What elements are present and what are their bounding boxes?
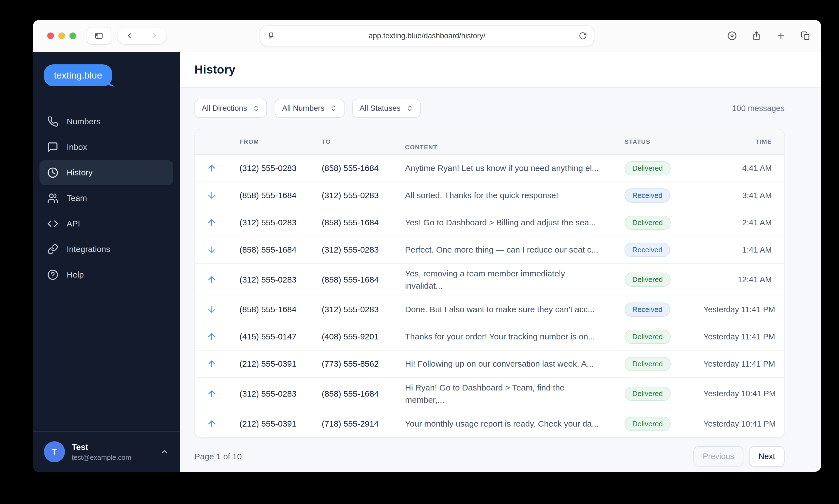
url-text[interactable]: app.texting.blue/dashboard/history/ [275, 32, 579, 40]
to-number: (312) 555-0283 [311, 191, 394, 200]
download-icon[interactable] [727, 31, 737, 40]
status-cell: Delivered [613, 272, 703, 287]
from-number: (858) 555-1684 [228, 305, 311, 314]
message-square-icon [47, 142, 58, 152]
texting-blue-logo[interactable]: texting.blue [44, 65, 112, 86]
message-time: Yesterday 10:41 PM [703, 419, 784, 429]
status-badge: Delivered [624, 161, 671, 175]
direction-cell [195, 275, 228, 285]
logo-area: texting.blue [33, 52, 180, 100]
sidebar-item-api[interactable]: API [39, 211, 173, 236]
message-content: Anytime Ryan! Let us know if you need an… [394, 162, 613, 174]
tabs-icon[interactable] [801, 31, 810, 40]
browser-toolbar-right [727, 31, 810, 40]
refresh-icon[interactable] [579, 32, 587, 40]
new-tab-icon[interactable] [776, 31, 786, 40]
chevrons-up-down-icon [406, 105, 413, 112]
status-cell: Delivered [613, 330, 703, 344]
sidebar-item-team[interactable]: Team [39, 186, 173, 211]
maximize-button[interactable] [69, 33, 76, 39]
status-badge: Received [624, 188, 670, 203]
chevrons-up-down-icon [330, 105, 337, 112]
history-nav-buttons [117, 28, 167, 44]
phone-icon [47, 116, 58, 127]
direction-cell [195, 389, 228, 399]
page-title: History [194, 63, 236, 76]
user-menu[interactable]: T Test test@example.com [33, 431, 180, 472]
previous-button[interactable]: Previous [694, 446, 744, 467]
next-button[interactable]: Next [749, 446, 785, 467]
filter-label: All Directions [202, 104, 247, 113]
direction-cell [195, 163, 228, 173]
table-row[interactable]: (212) 555-0391 (773) 555-8562 Hi! Follow… [195, 350, 784, 378]
arrow-up-icon [207, 218, 217, 228]
browser-chrome: app.texting.blue/dashboard/history/ [33, 20, 821, 52]
sidebar-item-label: Team [67, 194, 87, 203]
from-number: (312) 555-0283 [228, 389, 311, 398]
chevron-up-icon[interactable] [160, 447, 169, 456]
status-badge: Delivered [624, 417, 671, 431]
arrow-up-icon [207, 275, 217, 285]
filter-statuses[interactable]: All Statuses [352, 99, 421, 118]
arrow-up-icon [207, 419, 217, 429]
direction-cell [195, 332, 228, 342]
status-badge: Received [624, 243, 670, 257]
sidebar-item-label: Integrations [67, 245, 110, 254]
sidebar: texting.blue Numbers Inbox [33, 52, 180, 472]
table-row[interactable]: (858) 555-1684 (312) 555-0283 Perfect. O… [195, 236, 784, 264]
to-number: (718) 555-2914 [311, 419, 394, 429]
column-header: TIME [703, 138, 784, 145]
filter-label: All Numbers [282, 104, 324, 113]
url-bar[interactable]: app.texting.blue/dashboard/history/ [260, 26, 594, 46]
reader-icon[interactable] [267, 32, 275, 40]
status-badge: Received [624, 303, 670, 317]
avatar: T [44, 441, 65, 462]
from-number: (415) 555-0147 [228, 332, 311, 341]
filters-bar: All Directions All Numbers All Statuses [194, 99, 785, 118]
from-number: (312) 555-0283 [228, 163, 311, 173]
minimize-button[interactable] [58, 33, 65, 39]
page-header: History [180, 52, 821, 88]
close-button[interactable] [47, 33, 54, 39]
table-row[interactable]: (312) 555-0283 (858) 555-1684 Yes, remov… [195, 264, 784, 296]
message-content: Done. But I also want to make sure they … [394, 303, 613, 316]
message-content: Thanks for your order! Your tracking num… [394, 330, 613, 343]
table-row[interactable]: (312) 555-0283 (858) 555-1684 Yes! Go to… [195, 209, 784, 236]
table-row[interactable]: (858) 555-1684 (312) 555-0283 Done. But … [195, 296, 784, 323]
arrow-down-icon [207, 245, 217, 255]
table-row[interactable]: (212) 555-0391 (718) 555-2914 Your month… [195, 410, 784, 437]
to-number: (773) 555-8562 [311, 359, 394, 368]
sidebar-item-integrations[interactable]: Integrations [39, 237, 173, 262]
direction-cell [195, 218, 228, 228]
forward-icon[interactable] [142, 28, 167, 44]
table-row[interactable]: (312) 555-0283 (858) 555-1684 Anytime Ry… [195, 155, 784, 182]
to-number: (408) 555-9201 [311, 332, 394, 341]
column-header: STATUS [613, 138, 703, 145]
messages-count: 100 messages [732, 104, 785, 113]
from-number: (858) 555-1684 [228, 191, 311, 200]
message-time: 2:41 AM [703, 218, 784, 227]
from-number: (312) 555-0283 [228, 275, 311, 285]
sidebar-item-history[interactable]: History [39, 160, 173, 185]
filter-directions[interactable]: All Directions [194, 99, 267, 118]
table-row[interactable]: (415) 555-0147 (408) 555-9201 Thanks for… [195, 323, 784, 350]
user-email: test@example.com [72, 453, 131, 462]
logo-text: texting.blue [54, 70, 102, 80]
direction-cell [195, 419, 228, 429]
sidebar-item-numbers[interactable]: Numbers [39, 109, 173, 134]
message-time: Yesterday 11:41 PM [703, 305, 784, 314]
sidebar-toggle-icon[interactable] [87, 28, 110, 44]
sidebar-item-label: API [67, 219, 80, 229]
back-icon[interactable] [117, 28, 142, 44]
status-cell: Received [613, 188, 703, 203]
filter-numbers[interactable]: All Numbers [275, 99, 344, 118]
table-row[interactable]: (858) 555-1684 (312) 555-0283 All sorted… [195, 182, 784, 209]
table-row[interactable]: (312) 555-0283 (858) 555-1684 Hi Ryan! G… [195, 378, 784, 410]
sidebar-item-inbox[interactable]: Inbox [39, 134, 173, 160]
share-icon[interactable] [752, 31, 761, 40]
window-controls [47, 33, 76, 39]
arrow-up-icon [207, 389, 217, 399]
message-content: Perfect. One more thing — can I reduce o… [394, 244, 613, 256]
sidebar-item-help[interactable]: Help [39, 262, 173, 287]
status-cell: Delivered [613, 161, 703, 175]
